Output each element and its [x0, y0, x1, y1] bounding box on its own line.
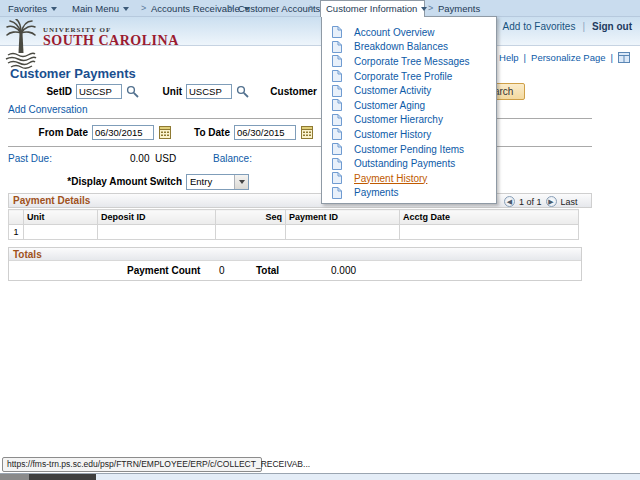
- past-due-link[interactable]: Past Due:: [8, 153, 52, 164]
- breadcrumb-separator-icon: [141, 0, 146, 17]
- breadcrumb-accounts-receivable[interactable]: Accounts Receivable: [151, 0, 250, 17]
- menu-item-payments[interactable]: Payments: [322, 186, 496, 201]
- display-amount-switch-value: Entry: [190, 176, 212, 187]
- setid-input[interactable]: [76, 84, 122, 99]
- menu-item-account-overview[interactable]: Account Overview: [322, 25, 496, 40]
- unit-label: Unit: [140, 86, 182, 97]
- breadcrumb-payments[interactable]: Payments: [438, 0, 480, 17]
- select-dropdown-icon[interactable]: [234, 175, 248, 189]
- separator: |: [524, 52, 526, 63]
- usc-logo: UNIVERSITY OF SOUTH CAROLINA: [4, 19, 179, 69]
- separator: |: [582, 21, 585, 32]
- menu-item-customer-hierarchy[interactable]: Customer Hierarchy: [322, 113, 496, 128]
- logo-south-carolina: SOUTH CAROLINA: [43, 34, 179, 47]
- document-icon: [332, 158, 342, 170]
- totals-group: Totals Payment Count 0 Total 0.000: [8, 247, 582, 281]
- breadcrumb-customer-accounts[interactable]: Customer Accounts: [238, 0, 330, 17]
- help-link[interactable]: Help: [499, 52, 519, 63]
- add-conversation-link[interactable]: Add Conversation: [8, 104, 88, 115]
- from-date-calendar-icon[interactable]: [159, 126, 171, 139]
- past-due-amount: 0.00: [130, 153, 149, 164]
- customer-information-menu: Account Overview Breakdown Balances Corp…: [321, 16, 497, 204]
- status-bar-url: https://fms-trn.ps.sc.edu/psp/FTRN/EMPLO…: [2, 457, 262, 472]
- menu-item-customer-history[interactable]: Customer History: [322, 127, 496, 142]
- separator: |: [611, 52, 613, 63]
- menu-item-payment-history[interactable]: Payment History: [322, 171, 496, 186]
- taskbar-segment: [0, 474, 29, 480]
- from-date-label: From Date: [20, 127, 88, 138]
- breadcrumb: Favorites Main Menu Accounts Receivable …: [0, 0, 640, 17]
- document-icon: [332, 128, 342, 140]
- menu-item-customer-pending-items[interactable]: Customer Pending Items: [322, 142, 496, 157]
- multichannel-console-icon[interactable]: [618, 52, 630, 63]
- col-header-seq: Seq: [216, 210, 286, 225]
- payment-count-value: 0: [219, 265, 225, 276]
- taskbar-segment: [29, 474, 96, 480]
- document-icon: [332, 114, 342, 126]
- add-to-favorites-link[interactable]: Add to Favorites: [503, 21, 576, 32]
- grid-pagination: ◀ 1 of 1 ▶ Last: [504, 196, 578, 207]
- to-date-label: To Date: [182, 127, 230, 138]
- next-row-icon[interactable]: ▶: [546, 196, 557, 207]
- menu-item-corporate-tree-messages[interactable]: Corporate Tree Messages: [322, 54, 496, 69]
- document-icon: [332, 99, 342, 111]
- breadcrumb-customer-information-open[interactable]: Customer Information: [320, 0, 425, 17]
- document-icon: [332, 70, 342, 82]
- col-header-unit: Unit: [24, 210, 98, 225]
- peoplesoft-customer-payments-page: Favorites Main Menu Accounts Receivable …: [0, 0, 640, 480]
- cell-acctg-date: [400, 225, 579, 240]
- divider: [8, 146, 592, 147]
- document-icon: [332, 85, 342, 97]
- menu-item-corporate-tree-profile[interactable]: Corporate Tree Profile: [322, 69, 496, 84]
- personalize-page-link[interactable]: Personalize Page: [531, 52, 605, 63]
- breadcrumb-favorites[interactable]: Favorites: [8, 0, 57, 17]
- display-amount-switch-label: *Display Amount Switch: [40, 176, 182, 187]
- palmetto-tree-icon: [4, 19, 38, 69]
- breadcrumb-main-menu[interactable]: Main Menu: [72, 0, 129, 17]
- totals-header: Totals: [9, 248, 581, 261]
- sign-out-link[interactable]: Sign out: [592, 21, 632, 32]
- document-icon: [332, 41, 342, 53]
- display-amount-switch-select[interactable]: Entry: [186, 174, 249, 190]
- grid-corner-cell: [9, 210, 24, 225]
- table-row: 1: [9, 225, 579, 240]
- col-header-acctg-date: Acctg Date: [400, 210, 579, 225]
- to-date-calendar-icon[interactable]: [301, 126, 313, 139]
- setid-lookup-icon[interactable]: [126, 85, 139, 98]
- total-label: Total: [256, 265, 279, 276]
- previous-row-icon[interactable]: ◀: [504, 196, 515, 207]
- document-icon: [332, 26, 342, 38]
- breadcrumb-separator-icon: [309, 0, 314, 17]
- menu-item-outstanding-payments[interactable]: Outstanding Payments: [322, 156, 496, 171]
- col-header-payment-id: Payment ID: [286, 210, 400, 225]
- cell-payment-id: [286, 225, 400, 240]
- cell-deposit-id: [98, 225, 216, 240]
- past-due-currency: USD: [155, 153, 176, 164]
- payment-details-title: Payment Details: [13, 195, 90, 206]
- to-date-input[interactable]: [234, 125, 296, 140]
- breadcrumb-separator-icon: [428, 0, 433, 17]
- document-icon: [332, 187, 342, 199]
- menu-item-breakdown-balances[interactable]: Breakdown Balances: [322, 40, 496, 55]
- pagination-last-link[interactable]: Last: [561, 197, 578, 207]
- payment-details-grid: Unit Deposit ID Seq Payment ID Acctg Dat…: [8, 209, 579, 240]
- totals-title: Totals: [13, 249, 42, 260]
- pagination-current: 1 of 1: [519, 197, 542, 207]
- payment-count-label: Payment Count: [127, 265, 200, 276]
- chevron-down-icon: [123, 7, 129, 11]
- customer-label: Customer: [212, 86, 317, 97]
- chevron-down-icon: [421, 7, 427, 11]
- document-icon: [332, 55, 342, 67]
- divider: [8, 118, 592, 119]
- menu-item-customer-aging[interactable]: Customer Aging: [322, 98, 496, 113]
- taskbar-edge: [0, 473, 640, 480]
- cell-seq: [216, 225, 286, 240]
- balance-link[interactable]: Balance:: [213, 153, 252, 164]
- from-date-input[interactable]: [92, 125, 154, 140]
- header-links: | Add to Favorites | Sign out: [493, 21, 632, 32]
- document-icon: [332, 143, 342, 155]
- document-icon: [332, 172, 342, 184]
- cell-unit: [24, 225, 98, 240]
- menu-item-customer-activity[interactable]: Customer Activity: [322, 83, 496, 98]
- breadcrumb-separator-icon: [228, 0, 233, 17]
